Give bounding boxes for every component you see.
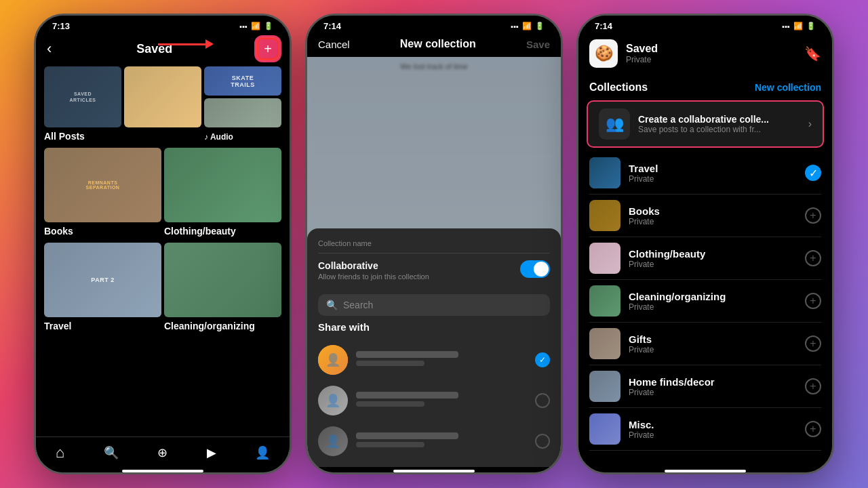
audio-label: ♪ Audio — [204, 127, 233, 144]
reels-nav-button[interactable]: ▶ — [207, 445, 216, 460]
collaborative-info: Collaborative Allow friends to join this… — [318, 260, 429, 281]
home-private: Private — [629, 388, 797, 397]
search-nav-button[interactable]: 🔍 — [104, 445, 119, 460]
saved-grid[interactable]: SAVEDARTICLES SKATETRAILS All Posts ♪ Au… — [36, 66, 290, 436]
thumb-text: SAVEDARTICLES — [70, 91, 96, 103]
books-name: Books — [629, 205, 797, 217]
wifi-2-icon: 📶 — [522, 22, 532, 30]
collections-list: Travel Private ✓ Books Private + Clothin… — [578, 152, 832, 467]
home-thumb — [589, 371, 620, 402]
contact-check-1[interactable]: ✓ — [535, 352, 550, 367]
part2-text: PART 2 — [91, 277, 114, 283]
create-collaborative-item[interactable]: 👥 Create a collaborative colle... Save p… — [587, 100, 824, 148]
all-posts-label: All Posts — [44, 125, 85, 144]
misc-private: Private — [629, 430, 797, 440]
books-thumb-text: REMNANTSSEPARATION — [86, 180, 120, 190]
avatar-icon-1: 👤 — [326, 352, 340, 367]
gifts-private: Private — [629, 345, 797, 354]
gifts-add[interactable]: + — [805, 336, 821, 352]
home-indicator-3 — [665, 470, 746, 472]
books-thumb — [589, 200, 620, 231]
collection-misc[interactable]: Misc. Private + — [589, 408, 821, 451]
travel-name: Travel — [629, 163, 797, 174]
collection-books[interactable]: Books Private + — [589, 195, 821, 237]
collection-cleaning[interactable]: Cleaning/organizing Private + — [589, 280, 821, 323]
contact-avatar-1: 👤 — [318, 345, 348, 375]
home-nav-button[interactable]: ⌂ — [56, 444, 64, 462]
books-private: Private — [629, 217, 797, 226]
thumb-article[interactable]: SAVEDARTICLES — [44, 66, 121, 127]
create-nav-button[interactable]: ⊕ — [157, 445, 167, 460]
thumb-skate[interactable]: SKATETRAILS — [204, 66, 281, 96]
collab-item-subtitle: Save posts to a collection with fr... — [638, 125, 800, 134]
time-2: 7:14 — [323, 21, 341, 31]
thumb-hair[interactable] — [124, 66, 201, 127]
home-indicator-1 — [122, 470, 203, 472]
cleaning-add[interactable]: + — [805, 293, 821, 309]
contact-row-2: 👤 — [318, 380, 550, 421]
bookmark-icon[interactable]: 🔖 — [804, 45, 821, 62]
home-name: Home finds/decor — [629, 376, 797, 388]
thumb-clothing[interactable] — [164, 148, 281, 222]
contact-avatar-2: 👤 — [318, 386, 348, 415]
collaborative-icon: 👥 — [599, 108, 630, 140]
contact-check-2[interactable] — [535, 393, 550, 408]
travel-check[interactable]: ✓ — [805, 165, 821, 181]
collection-gifts[interactable]: Gifts Private + — [589, 323, 821, 365]
new-collection-link[interactable]: New collection — [755, 82, 821, 93]
time-3: 7:14 — [595, 21, 612, 31]
background-scene: We lost track of time Collection name — [307, 57, 561, 467]
back-button[interactable]: ‹ — [47, 40, 52, 58]
arrow-head — [205, 39, 214, 49]
thumb-skate-group: SKATETRAILS — [204, 66, 281, 127]
wifi-icon: 📶 — [251, 22, 260, 30]
search-placeholder-2: Search — [343, 300, 373, 310]
share-search-bar[interactable]: 🔍 Search — [318, 294, 550, 316]
collections-label: Collections — [589, 81, 648, 94]
contact-info-3 — [356, 432, 527, 450]
new-collection-modal: Collection name Collaborative Allow frie… — [307, 228, 561, 467]
signal-icon: ▪▪▪ — [239, 22, 248, 30]
collab-item-title: Create a collaborative colle... — [638, 114, 800, 125]
thumb-cleaning[interactable] — [164, 243, 281, 317]
contact-handle-blur-1 — [356, 361, 425, 366]
clothing-thumb — [589, 243, 620, 274]
plus-icon: + — [264, 41, 272, 57]
clothing-name: Clothing/beauty — [629, 248, 797, 260]
saved-title-group: Saved Private — [626, 43, 658, 64]
gifts-name: Gifts — [629, 333, 797, 345]
collections-header: Collections New collection — [578, 75, 832, 100]
home-add[interactable]: + — [805, 378, 821, 394]
thumb-fashion[interactable] — [204, 98, 281, 127]
phone-3: 7:14 ▪▪▪ 📶 🔋 🍪 Saved Private 🔖 Collectio… — [576, 14, 834, 474]
profile-nav-button[interactable]: 👤 — [255, 445, 270, 460]
toggle-knob — [534, 262, 549, 277]
contact-handle-blur-3 — [356, 442, 425, 447]
contact-check-3[interactable] — [535, 434, 550, 449]
status-bar-1: 7:13 ▪▪▪ 📶 🔋 — [36, 16, 290, 34]
contact-name-blur-2 — [356, 392, 458, 399]
misc-name: Misc. — [629, 419, 797, 430]
thumb-travel[interactable]: PART 2 — [44, 243, 161, 317]
collection-travel[interactable]: Travel Private ✓ — [589, 152, 821, 195]
collection-home[interactable]: Home finds/decor Private + — [589, 365, 821, 408]
phone1-header: ‹ Saved + — [36, 34, 290, 66]
save-button[interactable]: Save — [526, 39, 550, 50]
misc-add[interactable]: + — [805, 421, 821, 437]
books-add[interactable]: + — [805, 207, 821, 224]
misc-info: Misc. Private — [629, 419, 797, 440]
clothing-add[interactable]: + — [805, 250, 821, 266]
saved-subtitle-3: Private — [626, 55, 658, 64]
add-collection-button[interactable]: + — [257, 38, 279, 60]
collaborative-toggle[interactable] — [520, 260, 550, 278]
misc-thumb — [589, 413, 620, 445]
cancel-button[interactable]: Cancel — [318, 39, 350, 50]
thumb-books[interactable]: REMNANTSSEPARATION — [44, 148, 161, 222]
search-icon-2: 🔍 — [326, 300, 338, 310]
saved-header-3: 🍪 Saved Private 🔖 — [578, 34, 832, 75]
collection-clothing[interactable]: Clothing/beauty Private + — [589, 237, 821, 280]
cleaning-thumb — [589, 285, 620, 317]
saved-icon: 🍪 — [589, 39, 618, 68]
new-collection-nav: Cancel New collection Save — [307, 34, 561, 57]
new-collection-title: New collection — [400, 38, 476, 50]
